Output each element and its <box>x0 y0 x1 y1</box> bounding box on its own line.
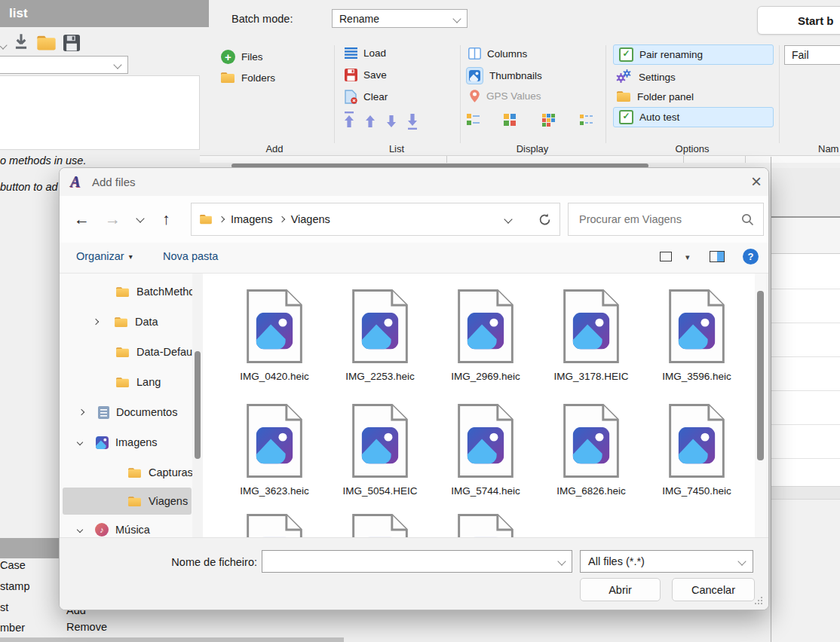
clear-label: Clear <box>363 91 388 102</box>
file-tile-partial[interactable] <box>333 513 427 537</box>
close-icon[interactable]: × <box>746 171 767 192</box>
search-input[interactable] <box>578 212 741 226</box>
gps-values-label: GPS Values <box>486 90 541 102</box>
tree-item-viagens-selected[interactable]: Viagens <box>127 488 188 515</box>
import-icon[interactable] <box>12 33 30 53</box>
resize-grip[interactable] <box>755 597 762 604</box>
ribbon-auto-test-toggle[interactable]: ✓ Auto test <box>613 107 774 127</box>
move-to-top-icon[interactable] <box>343 112 355 130</box>
tree-item-batchmetho[interactable]: BatchMetho <box>115 278 195 305</box>
filename-combobox[interactable] <box>262 550 572 573</box>
ribbon-folder-panel-button[interactable]: Folder panel <box>616 90 694 102</box>
search-icon[interactable] <box>741 213 754 226</box>
file-name: IMG_5744.heic <box>439 485 532 497</box>
view-options-caret-icon[interactable]: ▾ <box>685 252 690 262</box>
help-icon[interactable]: ? <box>743 249 759 264</box>
tree-item-imagens[interactable]: Imagens <box>78 429 158 456</box>
move-up-icon[interactable] <box>364 113 376 130</box>
organize-menu-button[interactable]: Organizar ▾ <box>76 250 133 262</box>
save-list-icon[interactable] <box>63 35 80 51</box>
file-tile[interactable]: IMG_3623.heic <box>228 403 321 497</box>
method-preset-combobox[interactable] <box>0 56 128 74</box>
view-tiles-icon[interactable] <box>504 114 517 126</box>
collision-rule-dropdown[interactable]: Fail <box>784 45 840 65</box>
ribbon-thumbnails-button[interactable]: Thumbnails <box>466 67 542 84</box>
expand-chevron-icon[interactable] <box>93 319 99 325</box>
open-button-label: Abrir <box>609 584 632 596</box>
move-to-bottom-icon[interactable] <box>406 112 418 130</box>
ribbon-columns-button[interactable]: Columns <box>468 47 527 60</box>
remove-button[interactable]: Remove <box>66 621 107 633</box>
breadcrumb-segment[interactable]: Imagens <box>231 213 273 225</box>
toolbar-chevron-icon[interactable] <box>0 41 8 49</box>
tree-item-musica[interactable]: ♪ Música <box>78 516 150 537</box>
file-tile[interactable]: IMG_5054.HEIC <box>333 403 427 497</box>
heic-file-icon <box>245 513 304 537</box>
view-details-icon[interactable] <box>580 114 593 126</box>
file-tile[interactable]: IMG_6826.heic <box>544 403 638 497</box>
file-tile-partial[interactable] <box>439 513 532 537</box>
tree-item-documentos[interactable]: Documentos <box>79 399 177 426</box>
heic-file-icon <box>351 513 409 537</box>
bg-section-header-bar <box>0 538 63 558</box>
file-tile[interactable]: IMG_0420.heic <box>228 289 321 382</box>
cancel-button[interactable]: Cancelar <box>672 578 755 601</box>
filetype-dropdown[interactable]: All files (*.*) <box>580 550 753 573</box>
up-icon[interactable]: ↑ <box>162 211 170 227</box>
method-list-item[interactable]: Case <box>0 559 26 571</box>
ribbon-save-button[interactable]: Save <box>345 69 387 81</box>
ribbon-settings-button[interactable]: Settings <box>616 69 676 84</box>
ribbon-pair-renaming-toggle[interactable]: ✓ Pair renaming <box>613 44 774 65</box>
file-tile[interactable]: IMG_3178.HEIC <box>544 289 638 382</box>
combobox-chevron-icon <box>113 60 121 69</box>
ribbon-load-button[interactable]: Load <box>345 47 386 59</box>
file-tile[interactable]: IMG_7450.heic <box>650 403 743 497</box>
method-list-item[interactable]: st <box>0 601 8 613</box>
file-tile[interactable]: IMG_2253.heic <box>333 289 427 382</box>
open-folder-icon[interactable] <box>36 35 57 51</box>
start-batch-button[interactable]: Start b <box>757 6 840 35</box>
file-tile-partial[interactable] <box>228 513 321 537</box>
preview-pane-icon[interactable] <box>710 251 725 262</box>
group-label-list: List <box>359 143 434 154</box>
breadcrumb-segment[interactable]: Viagens <box>291 213 330 225</box>
open-button[interactable]: Abrir <box>580 578 661 601</box>
recent-locations-chevron-icon[interactable] <box>136 214 144 222</box>
tree-scrollbar-thumb[interactable] <box>195 351 201 459</box>
file-tile[interactable]: IMG_3596.heic <box>650 289 743 382</box>
method-list-item[interactable]: mber <box>0 622 25 634</box>
method-list-item[interactable]: stamp <box>0 580 30 592</box>
ribbon-clear-button[interactable]: Clear <box>345 90 388 104</box>
collapse-chevron-icon[interactable] <box>77 527 83 533</box>
bg-table-band <box>771 168 840 216</box>
filetype-value: All files (*.*) <box>588 555 645 567</box>
view-list-icon[interactable] <box>467 114 480 126</box>
ribbon-add-folders-button[interactable]: Folders <box>220 72 275 84</box>
heic-file-icon <box>562 403 621 478</box>
change-view-icon[interactable] <box>660 252 672 261</box>
new-folder-button[interactable]: Nova pasta <box>163 250 218 262</box>
add-files-dialog: A Add files × ← → ↑ Imagens Viagens <box>59 167 769 610</box>
heic-file-icon <box>667 289 726 364</box>
dialog-titlebar[interactable]: A Add files × <box>60 168 768 196</box>
file-scrollbar-thumb[interactable] <box>757 291 764 460</box>
view-grid-icon[interactable] <box>542 114 555 126</box>
expand-chevron-icon[interactable] <box>78 409 84 415</box>
tree-item-lang[interactable]: Lang <box>115 368 161 396</box>
search-box[interactable] <box>568 203 764 236</box>
refresh-icon[interactable] <box>538 212 552 227</box>
batch-mode-dropdown[interactable]: Rename <box>332 9 468 28</box>
collapse-chevron-icon[interactable] <box>77 439 83 445</box>
back-icon[interactable]: ← <box>74 211 90 227</box>
move-down-icon[interactable] <box>385 113 397 130</box>
filename-input[interactable] <box>262 551 559 572</box>
tree-item-data-default[interactable]: Data-Defau <box>115 338 192 365</box>
ribbon-add-files-button[interactable]: + Files <box>221 50 263 64</box>
heic-file-icon <box>245 403 304 478</box>
address-dropdown-chevron-icon[interactable] <box>504 215 512 223</box>
file-tile[interactable]: IMG_2969.heic <box>439 289 532 382</box>
ribbon-separator <box>460 45 461 143</box>
tree-item-data[interactable]: Data <box>94 308 158 335</box>
address-bar[interactable]: Imagens Viagens <box>191 203 560 236</box>
file-tile[interactable]: IMG_5744.heic <box>439 403 532 497</box>
